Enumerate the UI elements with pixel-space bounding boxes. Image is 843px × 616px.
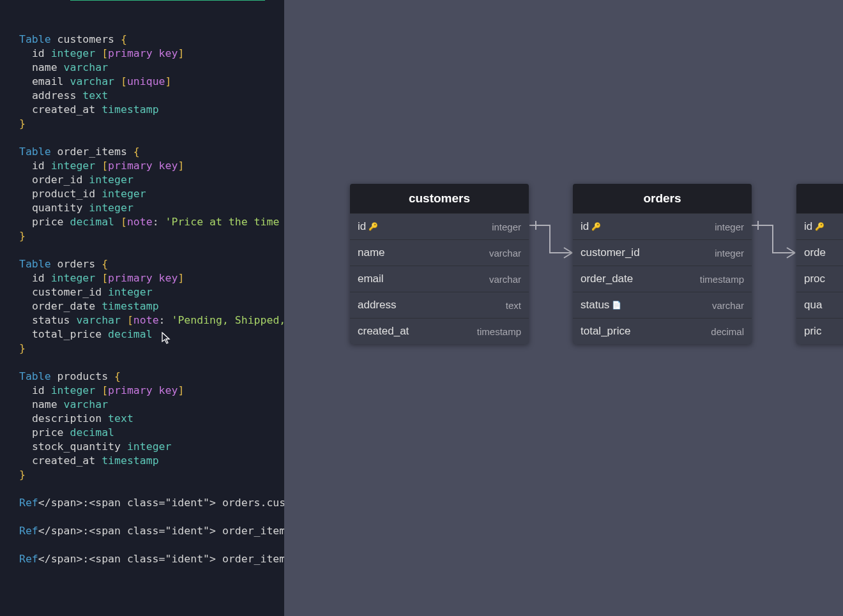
- code-line[interactable]: [19, 131, 284, 145]
- table-card-partial[interactable]: id 🔑orde proc qua pric: [796, 184, 843, 344]
- code-line[interactable]: created_at timestamp: [19, 454, 284, 468]
- code-line[interactable]: id integer [primary key]: [19, 159, 284, 173]
- column-name: created_at: [358, 325, 409, 338]
- code-line[interactable]: [19, 538, 284, 552]
- table-card-customers[interactable]: customersid 🔑integername varcharemail va…: [350, 184, 529, 344]
- code-line[interactable]: Ref</span>:<span class="ident"> order_it…: [19, 524, 284, 538]
- column-type: varchar: [712, 300, 744, 311]
- column-type: varchar: [489, 248, 521, 259]
- code-line[interactable]: price decimal: [19, 426, 284, 440]
- column-type: timestamp: [477, 326, 521, 337]
- table-header: [796, 184, 843, 213]
- code-line[interactable]: stock_quantity integer: [19, 440, 284, 454]
- table-column-row[interactable]: id 🔑integer: [350, 213, 529, 239]
- column-name: customer_id: [581, 246, 640, 259]
- primary-key-icon: 🔑: [815, 222, 824, 231]
- note-icon: 📄: [612, 301, 621, 310]
- table-column-row[interactable]: address text: [350, 292, 529, 318]
- table-column-row[interactable]: name varchar: [350, 239, 529, 266]
- table-column-row[interactable]: customer_id integer: [573, 239, 752, 266]
- column-type: decimal: [711, 326, 744, 337]
- code-line[interactable]: status varchar [note: 'Pending, Shipped,…: [19, 313, 284, 327]
- column-name: email: [358, 273, 384, 285]
- column-name: qua: [804, 299, 822, 312]
- primary-key-icon: 🔑: [591, 222, 601, 231]
- column-name: id 🔑: [581, 220, 601, 233]
- code-line[interactable]: }: [19, 117, 284, 131]
- code-line[interactable]: id integer [primary key]: [19, 47, 284, 61]
- column-name: order_date: [581, 273, 633, 285]
- code-line[interactable]: name varchar: [19, 398, 284, 412]
- table-column-row[interactable]: total_price decimal: [573, 318, 752, 344]
- table-column-row[interactable]: pric: [796, 318, 843, 344]
- column-type: integer: [715, 222, 744, 232]
- column-type: integer: [492, 222, 521, 232]
- code-line[interactable]: name varchar: [19, 61, 284, 75]
- column-name: orde: [804, 246, 826, 259]
- code-line[interactable]: }: [19, 468, 284, 482]
- code-line[interactable]: [19, 510, 284, 524]
- column-name: id 🔑: [804, 220, 824, 233]
- code-line[interactable]: customer_id integer: [19, 285, 284, 299]
- code-line[interactable]: [19, 356, 284, 370]
- column-name: id 🔑: [358, 220, 378, 233]
- primary-key-icon: 🔑: [368, 222, 378, 231]
- code-line[interactable]: [19, 243, 284, 257]
- code-line[interactable]: order_date timestamp: [19, 299, 284, 313]
- code-line[interactable]: Ref</span>:<span class="ident"> orders.c…: [19, 496, 284, 510]
- table-column-row[interactable]: email varchar: [350, 266, 529, 292]
- code-line[interactable]: price decimal [note: 'Price at the time …: [19, 215, 284, 229]
- table-column-row[interactable]: qua: [796, 292, 843, 318]
- code-line[interactable]: email varchar [unique]: [19, 75, 284, 89]
- code-line[interactable]: Table orders {: [19, 257, 284, 271]
- table-column-row[interactable]: orde: [796, 239, 843, 266]
- code-line[interactable]: id integer [primary key]: [19, 271, 284, 285]
- code-line[interactable]: address text: [19, 89, 284, 103]
- table-column-row[interactable]: status 📄varchar: [573, 292, 752, 318]
- code-line[interactable]: [19, 482, 284, 496]
- column-name: proc: [804, 273, 825, 285]
- table-column-row[interactable]: proc: [796, 266, 843, 292]
- column-name: pric: [804, 325, 821, 338]
- code-line[interactable]: Ref</span>:<span class="ident"> order_it…: [19, 552, 284, 566]
- code-line[interactable]: order_id integer: [19, 173, 284, 187]
- table-column-row[interactable]: created_at timestamp: [350, 318, 529, 344]
- column-name: total_price: [581, 325, 630, 338]
- column-name: status 📄: [581, 299, 621, 312]
- code-area[interactable]: Table customers { id integer [primary ke…: [0, 33, 284, 580]
- code-line[interactable]: total_price decimal: [19, 327, 284, 342]
- code-line[interactable]: product_id integer: [19, 187, 284, 201]
- table-header: customers: [350, 184, 529, 213]
- column-type: text: [506, 300, 521, 311]
- table-column-row[interactable]: order_date timestamp: [573, 266, 752, 292]
- table-header: orders: [573, 184, 752, 213]
- column-name: name: [358, 246, 385, 259]
- column-name: address: [358, 299, 396, 312]
- code-line[interactable]: [19, 566, 284, 580]
- table-column-row[interactable]: id 🔑: [796, 213, 843, 239]
- code-line[interactable]: created_at timestamp: [19, 103, 284, 117]
- table-column-row[interactable]: id 🔑integer: [573, 213, 752, 239]
- column-type: varchar: [489, 274, 521, 285]
- code-editor-pane[interactable]: Table customers { id integer [primary ke…: [0, 0, 284, 616]
- code-line[interactable]: Table customers {: [19, 33, 284, 47]
- code-line[interactable]: }: [19, 229, 284, 243]
- code-line[interactable]: quantity integer: [19, 201, 284, 215]
- code-line[interactable]: Table products {: [19, 370, 284, 384]
- table-card-orders[interactable]: ordersid 🔑integercustomer_id integerorde…: [573, 184, 752, 344]
- code-line[interactable]: id integer [primary key]: [19, 384, 284, 398]
- diagram-canvas[interactable]: customersid 🔑integername varcharemail va…: [284, 0, 843, 616]
- code-line[interactable]: Table order_items {: [19, 145, 284, 159]
- column-type: integer: [715, 248, 744, 259]
- code-line[interactable]: }: [19, 342, 284, 356]
- top-green-divider: [70, 0, 265, 1]
- column-type: timestamp: [700, 274, 744, 285]
- code-line[interactable]: description text: [19, 412, 284, 426]
